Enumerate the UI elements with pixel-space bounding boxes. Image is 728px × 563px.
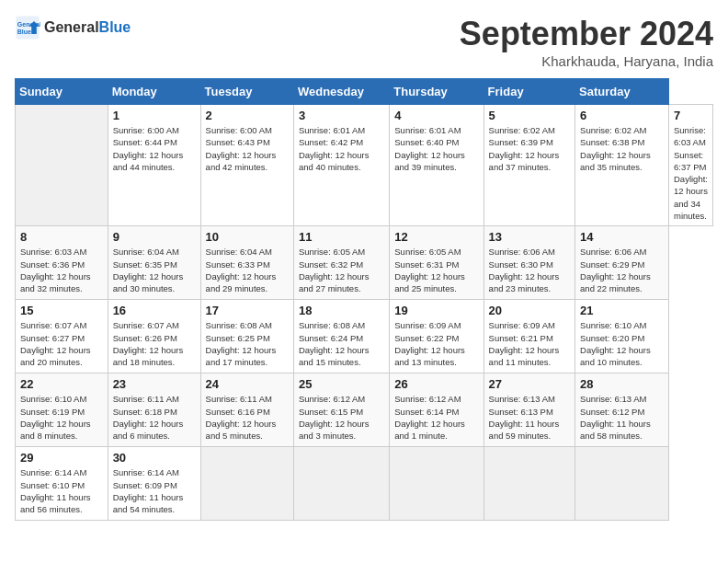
day-number: 4 <box>394 109 478 122</box>
table-row: 17 Sunrise: 6:08 AM Sunset: 6:25 PM Dayl… <box>200 300 293 373</box>
day-number: 12 <box>394 230 478 244</box>
day-info: Sunrise: 6:06 AM Sunset: 6:30 PM Dayligh… <box>489 246 570 294</box>
calendar-week-row: 1 Sunrise: 6:00 AM Sunset: 6:44 PM Dayli… <box>16 105 713 226</box>
col-sunday: Sunday <box>16 79 108 105</box>
table-row: 9 Sunrise: 6:04 AM Sunset: 6:35 PM Dayli… <box>108 226 200 300</box>
day-number: 25 <box>299 377 384 391</box>
table-row: 22 Sunrise: 6:10 AM Sunset: 6:19 PM Dayl… <box>16 373 108 447</box>
table-row: 6 Sunrise: 6:02 AM Sunset: 6:38 PM Dayli… <box>575 105 669 226</box>
table-row: 24 Sunrise: 6:11 AM Sunset: 6:16 PM Dayl… <box>200 373 293 447</box>
day-info: Sunrise: 6:02 AM Sunset: 6:38 PM Dayligh… <box>580 124 664 173</box>
day-number: 19 <box>394 304 478 317</box>
day-number: 18 <box>299 304 384 317</box>
col-monday: Monday <box>108 79 200 105</box>
col-wednesday: Wednesday <box>293 79 389 105</box>
day-number: 9 <box>113 230 196 244</box>
day-info: Sunrise: 6:04 AM Sunset: 6:33 PM Dayligh… <box>206 246 289 294</box>
day-number: 11 <box>299 230 384 244</box>
day-info: Sunrise: 6:07 AM Sunset: 6:27 PM Dayligh… <box>20 319 103 368</box>
table-row <box>575 447 669 521</box>
table-row: 19 Sunrise: 6:09 AM Sunset: 6:22 PM Dayl… <box>390 300 483 373</box>
day-number: 14 <box>580 230 664 244</box>
day-number: 10 <box>206 230 289 244</box>
table-row: 3 Sunrise: 6:01 AM Sunset: 6:42 PM Dayli… <box>293 105 389 226</box>
day-info: Sunrise: 6:03 AM Sunset: 6:37 PM Dayligh… <box>674 124 708 222</box>
day-number: 30 <box>113 451 196 465</box>
table-row: 7 Sunrise: 6:03 AM Sunset: 6:37 PM Dayli… <box>669 105 713 226</box>
day-info: Sunrise: 6:05 AM Sunset: 6:31 PM Dayligh… <box>394 246 478 294</box>
table-row: 12 Sunrise: 6:05 AM Sunset: 6:31 PM Dayl… <box>390 226 483 300</box>
col-friday: Friday <box>483 79 574 105</box>
table-row: 8 Sunrise: 6:03 AM Sunset: 6:36 PM Dayli… <box>16 226 108 300</box>
day-number: 20 <box>489 304 570 317</box>
day-number: 1 <box>113 109 196 122</box>
calendar-table: Sunday Monday Tuesday Wednesday Thursday… <box>15 78 713 521</box>
day-info: Sunrise: 6:09 AM Sunset: 6:22 PM Dayligh… <box>394 319 478 368</box>
day-info: Sunrise: 6:01 AM Sunset: 6:42 PM Dayligh… <box>299 124 384 173</box>
logo-icon: General Blue <box>15 15 40 40</box>
table-row: 15 Sunrise: 6:07 AM Sunset: 6:27 PM Dayl… <box>16 300 108 373</box>
table-row: 25 Sunrise: 6:12 AM Sunset: 6:15 PM Dayl… <box>293 373 389 447</box>
day-info: Sunrise: 6:14 AM Sunset: 6:10 PM Dayligh… <box>20 466 103 515</box>
day-number: 3 <box>299 109 384 122</box>
table-row: 11 Sunrise: 6:05 AM Sunset: 6:32 PM Dayl… <box>293 226 389 300</box>
calendar-week-row: 22 Sunrise: 6:10 AM Sunset: 6:19 PM Dayl… <box>16 373 713 447</box>
day-number: 26 <box>394 377 478 391</box>
day-info: Sunrise: 6:00 AM Sunset: 6:44 PM Dayligh… <box>113 124 196 173</box>
table-row: 1 Sunrise: 6:00 AM Sunset: 6:44 PM Dayli… <box>108 105 200 226</box>
calendar-week-row: 29 Sunrise: 6:14 AM Sunset: 6:10 PM Dayl… <box>16 447 713 521</box>
day-info: Sunrise: 6:02 AM Sunset: 6:39 PM Dayligh… <box>489 124 570 173</box>
day-number: 7 <box>674 109 708 122</box>
day-number: 6 <box>580 109 664 122</box>
day-info: Sunrise: 6:12 AM Sunset: 6:14 PM Dayligh… <box>394 393 478 442</box>
table-row: 20 Sunrise: 6:09 AM Sunset: 6:21 PM Dayl… <box>483 300 574 373</box>
table-row <box>16 105 108 226</box>
day-info: Sunrise: 6:03 AM Sunset: 6:36 PM Dayligh… <box>20 246 103 294</box>
day-info: Sunrise: 6:10 AM Sunset: 6:19 PM Dayligh… <box>20 393 103 442</box>
table-row <box>200 447 293 521</box>
calendar-week-row: 8 Sunrise: 6:03 AM Sunset: 6:36 PM Dayli… <box>16 226 713 300</box>
table-row: 2 Sunrise: 6:00 AM Sunset: 6:43 PM Dayli… <box>200 105 293 226</box>
table-row: 23 Sunrise: 6:11 AM Sunset: 6:18 PM Dayl… <box>108 373 200 447</box>
day-number: 2 <box>206 109 289 122</box>
day-number: 8 <box>20 230 103 244</box>
day-info: Sunrise: 6:08 AM Sunset: 6:25 PM Dayligh… <box>206 319 289 368</box>
table-row <box>483 447 574 521</box>
day-number: 13 <box>489 230 570 244</box>
table-row: 30 Sunrise: 6:14 AM Sunset: 6:09 PM Dayl… <box>108 447 200 521</box>
calendar-week-row: 15 Sunrise: 6:07 AM Sunset: 6:27 PM Dayl… <box>16 300 713 373</box>
table-row <box>293 447 389 521</box>
day-info: Sunrise: 6:07 AM Sunset: 6:26 PM Dayligh… <box>113 319 196 368</box>
day-number: 24 <box>206 377 289 391</box>
table-row: 27 Sunrise: 6:13 AM Sunset: 6:13 PM Dayl… <box>483 373 574 447</box>
location: Kharkhauda, Haryana, India <box>460 53 713 69</box>
day-info: Sunrise: 6:01 AM Sunset: 6:40 PM Dayligh… <box>394 124 478 173</box>
day-info: Sunrise: 6:04 AM Sunset: 6:35 PM Dayligh… <box>113 246 196 294</box>
table-row: 13 Sunrise: 6:06 AM Sunset: 6:30 PM Dayl… <box>483 226 574 300</box>
col-tuesday: Tuesday <box>200 79 293 105</box>
day-number: 21 <box>580 304 664 317</box>
day-info: Sunrise: 6:00 AM Sunset: 6:43 PM Dayligh… <box>206 124 289 173</box>
logo-text: GeneralBlue <box>44 19 131 36</box>
day-info: Sunrise: 6:13 AM Sunset: 6:12 PM Dayligh… <box>580 393 664 442</box>
month-title: September 2024 <box>460 15 713 53</box>
table-row: 29 Sunrise: 6:14 AM Sunset: 6:10 PM Dayl… <box>16 447 108 521</box>
calendar-header-row: Sunday Monday Tuesday Wednesday Thursday… <box>16 79 713 105</box>
day-number: 28 <box>580 377 664 391</box>
day-number: 29 <box>20 451 103 465</box>
col-saturday: Saturday <box>575 79 669 105</box>
day-info: Sunrise: 6:12 AM Sunset: 6:15 PM Dayligh… <box>299 393 384 442</box>
table-row: 28 Sunrise: 6:13 AM Sunset: 6:12 PM Dayl… <box>575 373 669 447</box>
table-row: 4 Sunrise: 6:01 AM Sunset: 6:40 PM Dayli… <box>390 105 483 226</box>
day-number: 22 <box>20 377 103 391</box>
day-number: 27 <box>489 377 570 391</box>
day-number: 5 <box>489 109 570 122</box>
day-number: 17 <box>206 304 289 317</box>
day-number: 23 <box>113 377 196 391</box>
logo: General Blue GeneralBlue <box>15 15 131 40</box>
day-info: Sunrise: 6:13 AM Sunset: 6:13 PM Dayligh… <box>489 393 570 442</box>
col-thursday: Thursday <box>390 79 483 105</box>
day-number: 16 <box>113 304 196 317</box>
day-info: Sunrise: 6:14 AM Sunset: 6:09 PM Dayligh… <box>113 466 196 515</box>
svg-text:Blue: Blue <box>17 29 31 35</box>
